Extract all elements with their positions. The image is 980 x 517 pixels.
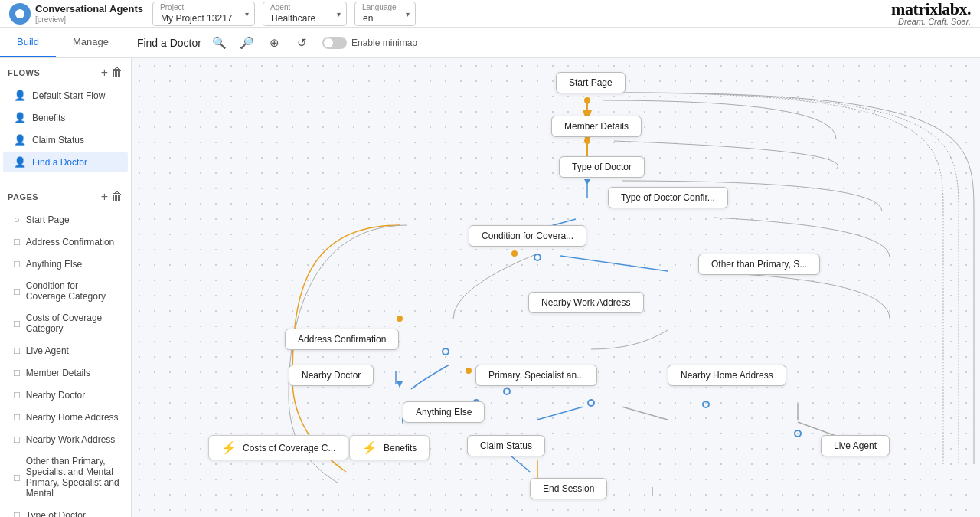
node-label: Type of Doctor Confir... bbox=[621, 192, 715, 203]
sidebar-item-type-doctor[interactable]: □ Type of Doctor bbox=[3, 505, 128, 517]
pages-section-header[interactable]: PAGES + 🗑 bbox=[0, 182, 131, 208]
sidebar-item-nearby-work[interactable]: □ Nearby Work Address bbox=[3, 429, 128, 450]
node-type-doctor[interactable]: Type of Doctor bbox=[559, 156, 645, 178]
sidebar-item-benefits[interactable]: 👤 Benefits bbox=[3, 107, 128, 128]
node-type-doctor-conf[interactable]: Type of Doctor Confir... bbox=[608, 187, 728, 208]
flow-icon: 👤 bbox=[14, 112, 26, 123]
sidebar-item-start-page[interactable]: ○ Start Page bbox=[3, 209, 128, 230]
page-icon: □ bbox=[14, 509, 20, 517]
svg-point-0 bbox=[15, 9, 24, 18]
matrixlabx-tagline: Dream. Craft. Soar. bbox=[891, 18, 971, 26]
sidebar-item-other-primary[interactable]: □ Other than Primary, Specialist and Men… bbox=[3, 451, 128, 503]
project-label: Project bbox=[160, 3, 184, 11]
node-label: Member Details bbox=[564, 121, 629, 132]
sidebar-item-anything-else[interactable]: □ Anything Else bbox=[3, 254, 128, 274]
sidebar-item-label: Start Page bbox=[26, 214, 70, 225]
node-end-session[interactable]: End Session bbox=[530, 478, 607, 499]
node-address-confirmation[interactable]: Address Confirmation bbox=[285, 329, 399, 350]
node-label: Other than Primary, S... bbox=[711, 259, 807, 270]
sidebar-item-nearby-home[interactable]: □ Nearby Home Address bbox=[3, 407, 128, 427]
node-label: Live Agent bbox=[834, 440, 877, 451]
delete-page-button[interactable]: 🗑 bbox=[111, 190, 123, 204]
logo-svg bbox=[14, 8, 26, 20]
matrixlabx-name: matrixlabx. bbox=[891, 1, 971, 18]
sidebar-item-label: Live Agent bbox=[26, 345, 69, 356]
sidebar-item-label: Type of Doctor bbox=[26, 510, 86, 518]
sidebar-item-label: Nearby Doctor bbox=[26, 390, 85, 401]
node-nearby-home[interactable]: Nearby Home Address bbox=[668, 365, 786, 386]
agent-dropdown[interactable]: Agent Healthcare ▾ bbox=[263, 2, 347, 26]
node-label: Benefits bbox=[384, 443, 416, 453]
page-icon: □ bbox=[14, 318, 20, 329]
sidebar-item-label: Benefits bbox=[32, 113, 65, 123]
agent-label: Agent bbox=[270, 3, 290, 11]
canvas-area[interactable]: Start Page Member Details Type of Doctor… bbox=[132, 58, 980, 517]
page-icon: □ bbox=[14, 286, 20, 297]
agent-icon: ⚡ bbox=[221, 440, 237, 455]
flows-section-header[interactable]: FLOWS + 🗑 bbox=[0, 58, 131, 84]
page-icon: □ bbox=[14, 434, 20, 445]
delete-flow-button[interactable]: 🗑 bbox=[111, 66, 123, 80]
node-primary-specialist[interactable]: Primary, Specialist an... bbox=[475, 365, 597, 386]
undo-button[interactable]: ↺ bbox=[292, 32, 313, 54]
flow-icon: 👤 bbox=[14, 134, 26, 146]
matrixlabx-logo: matrixlabx. Dream. Craft. Soar. bbox=[891, 1, 971, 26]
app-logo-icon bbox=[9, 3, 31, 25]
sidebar-item-costs-coverage[interactable]: □ Costs of Coverage Category bbox=[3, 308, 128, 339]
project-dropdown[interactable]: Project My Project 13217 ▾ bbox=[152, 2, 255, 26]
toolbar-icons: 🔍 🔎 ⊕ ↺ Enable minimap bbox=[209, 32, 417, 54]
sidebar-item-label: Address Confirmation bbox=[26, 237, 114, 247]
top-bar: Conversational Agents [preview] Project … bbox=[0, 0, 980, 28]
page-icon: □ bbox=[14, 389, 20, 401]
tab-manage[interactable]: Manage bbox=[56, 28, 126, 57]
fit-button[interactable]: ⊕ bbox=[264, 32, 286, 54]
node-costs-coverage[interactable]: ⚡ Costs of Coverage C... bbox=[208, 435, 348, 460]
sidebar-item-claim-status[interactable]: 👤 Claim Status bbox=[3, 129, 128, 150]
sidebar-item-live-agent[interactable]: □ Live Agent bbox=[3, 340, 128, 361]
add-flow-button[interactable]: + bbox=[101, 66, 108, 80]
sidebar-item-member-details[interactable]: □ Member Details bbox=[3, 362, 128, 383]
minimap-switch[interactable] bbox=[322, 37, 347, 49]
node-anything-else[interactable]: Anything Else bbox=[403, 401, 485, 423]
minimap-toggle[interactable]: Enable minimap bbox=[322, 37, 417, 49]
node-label: Start Page bbox=[569, 77, 612, 88]
node-start-page[interactable]: Start Page bbox=[556, 72, 626, 93]
node-claim-status[interactable]: Claim Status bbox=[467, 435, 545, 456]
tab-build[interactable]: Build bbox=[0, 28, 56, 57]
flow-icon: 👤 bbox=[14, 90, 26, 101]
add-page-button[interactable]: + bbox=[101, 190, 108, 204]
tabs: Build Manage bbox=[0, 28, 126, 57]
second-bar: Build Manage Find a Doctor 🔍 🔎 ⊕ ↺ Enabl… bbox=[0, 28, 980, 58]
sidebar-item-label: Costs of Coverage Category bbox=[26, 312, 120, 334]
sidebar-item-label: Anything Else bbox=[26, 259, 82, 270]
page-icon: □ bbox=[14, 258, 20, 270]
sidebar-item-label: Condition for Coverage Category bbox=[26, 280, 120, 302]
node-label: Address Confirmation bbox=[298, 334, 386, 345]
sidebar-item-default-start-flow[interactable]: 👤 Default Start Flow bbox=[3, 85, 128, 106]
sidebar-item-label: Other than Primary, Specialist and Menta… bbox=[26, 456, 120, 499]
node-condition-coverage[interactable]: Condition for Covera... bbox=[469, 225, 586, 247]
node-member-details[interactable]: Member Details bbox=[551, 116, 642, 137]
sidebar-item-nearby-doctor[interactable]: □ Nearby Doctor bbox=[3, 384, 128, 405]
sidebar-item-address-confirmation[interactable]: □ Address Confirmation bbox=[3, 231, 128, 252]
sidebar-item-label: Nearby Work Address bbox=[26, 434, 116, 445]
node-benefits[interactable]: ⚡ Benefits bbox=[349, 435, 430, 460]
zoom-out-button[interactable]: 🔎 bbox=[237, 32, 258, 54]
node-other-primary[interactable]: Other than Primary, S... bbox=[698, 254, 820, 275]
sidebar-item-find-a-doctor[interactable]: 👤 Find a Doctor bbox=[3, 152, 128, 172]
node-live-agent[interactable]: Live Agent bbox=[821, 435, 890, 456]
sidebar-item-condition-coverage[interactable]: □ Condition for Coverage Category bbox=[3, 276, 128, 306]
language-dropdown[interactable]: Language en ▾ bbox=[354, 2, 416, 26]
main-area: FLOWS + 🗑 👤 Default Start Flow 👤 Benefit… bbox=[0, 58, 980, 517]
page-icon: □ bbox=[14, 236, 20, 247]
zoom-in-button[interactable]: 🔍 bbox=[209, 32, 230, 54]
toggle-dot bbox=[324, 38, 333, 47]
app-title: Conversational Agents bbox=[35, 3, 143, 15]
page-title: Find a Doctor bbox=[137, 37, 201, 49]
page-icon: ○ bbox=[14, 214, 20, 225]
sidebar-item-label: Claim Status bbox=[32, 135, 84, 146]
node-nearby-work[interactable]: Nearby Work Address bbox=[528, 292, 644, 313]
node-label: End Session bbox=[543, 483, 594, 494]
node-nearby-doctor[interactable]: Nearby Doctor bbox=[289, 365, 374, 386]
pages-section-title: PAGES bbox=[8, 192, 38, 201]
